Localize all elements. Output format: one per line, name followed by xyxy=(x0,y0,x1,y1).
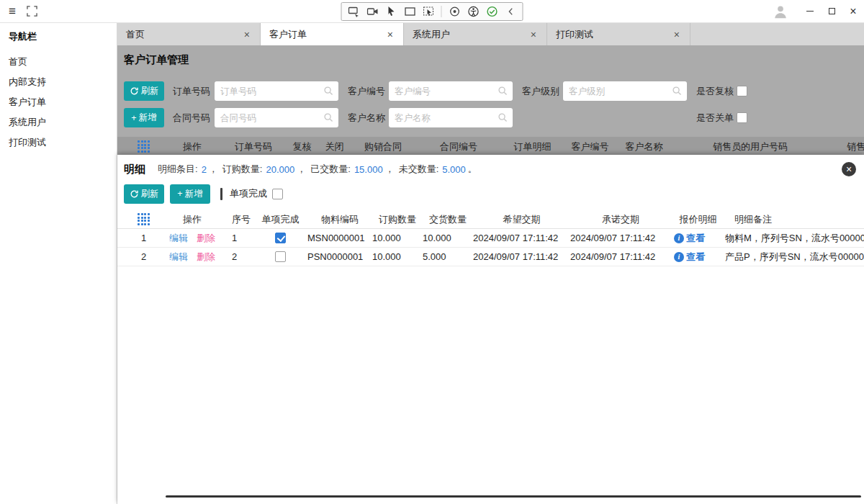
row-number: 2 xyxy=(124,251,163,262)
close-button[interactable]: × xyxy=(842,0,864,23)
customer-no-input[interactable] xyxy=(389,81,513,101)
detail-header-qty-delivered: 交货数量 xyxy=(423,213,473,226)
single-done-checkbox[interactable] xyxy=(275,251,286,262)
qty-delivered-cell: 5.000 xyxy=(423,251,473,262)
sidebar-item-print-test[interactable]: 打印测试 xyxy=(0,132,117,153)
search-icon xyxy=(323,86,334,96)
orders-table-header: 操作 订单号码 复核 关闭 购销合同 合同编号 订单明细 客户编号 客户名称 销… xyxy=(117,137,864,156)
detail-refresh-button[interactable]: 刷新 xyxy=(124,184,164,204)
tab-system-users[interactable]: 系统用户 × xyxy=(404,23,547,45)
customer-no-label: 客户编号 xyxy=(348,85,385,98)
table-row: 1 编辑 删除 1 MSN0000001 10.000 10.000 2024/… xyxy=(117,229,864,248)
search-icon xyxy=(498,112,508,123)
column-settings-cell xyxy=(124,140,163,153)
summary-separator: ， xyxy=(297,163,306,176)
cursor-icon[interactable] xyxy=(385,6,397,18)
view-link[interactable]: 查看 xyxy=(686,232,705,245)
contract-no-input[interactable] xyxy=(215,108,338,127)
hope-date-cell: 2024/09/07 17:11:42 xyxy=(473,251,570,262)
tab-customer-orders[interactable]: 客户订单 × xyxy=(261,23,404,45)
sidebar-item-system-users[interactable]: 系统用户 xyxy=(0,112,117,132)
detail-table-header: 操作 序号 单项完成 物料编码 订购数量 交货数量 希望交期 承诺交期 报价明细… xyxy=(117,210,864,229)
detail-close-button[interactable]: × xyxy=(842,162,856,176)
detail-header-qty-ordered: 订购数量 xyxy=(372,213,423,226)
delete-link[interactable]: 删除 xyxy=(197,232,215,245)
screen-share-icon[interactable] xyxy=(348,6,360,18)
maximize-button[interactable] xyxy=(821,0,842,23)
summary-items-label: 明细条目: xyxy=(158,163,198,176)
reviewed-label: 是否复核 xyxy=(696,85,734,98)
summary-period: 。 xyxy=(468,163,477,176)
sidebar-item-customer-orders[interactable]: 客户订单 xyxy=(0,92,117,112)
accessibility-icon[interactable] xyxy=(467,6,480,18)
grid-settings-icon[interactable] xyxy=(138,140,150,153)
user-avatar-icon[interactable] xyxy=(772,3,789,20)
single-done-checkbox[interactable] xyxy=(275,233,286,243)
collapse-chevron-icon[interactable] xyxy=(505,6,517,18)
tab-print-test[interactable]: 打印测试 × xyxy=(547,23,690,45)
sidebar-item-internal-support[interactable]: 内部支持 xyxy=(0,72,117,92)
tab-close-icon[interactable]: × xyxy=(243,29,251,40)
info-icon: i xyxy=(674,252,684,262)
rectangle-select-icon[interactable] xyxy=(404,6,416,18)
expand-icon[interactable] xyxy=(26,5,39,18)
detail-table: 操作 序号 单项完成 物料编码 订购数量 交货数量 希望交期 承诺交期 报价明细… xyxy=(117,210,864,266)
column-settings-cell xyxy=(124,213,163,225)
view-link[interactable]: 查看 xyxy=(686,251,705,264)
tab-label: 打印测试 xyxy=(556,28,672,41)
single-done-cell xyxy=(253,233,307,243)
orders-header-salesman: 销售员的 xyxy=(829,140,864,153)
success-check-icon[interactable] xyxy=(486,6,498,18)
sidebar: 导航栏 首页 内部支持 客户订单 系统用户 打印测试 xyxy=(0,23,117,504)
minimize-button[interactable] xyxy=(799,0,821,23)
detail-title: 明细 xyxy=(124,163,145,176)
detail-refresh-label: 刷新 xyxy=(141,188,159,200)
video-camera-icon[interactable] xyxy=(366,6,379,18)
cursor-capture-icon[interactable] xyxy=(423,6,435,18)
customer-name-input[interactable] xyxy=(389,108,513,127)
detail-header-actions: 操作 xyxy=(163,213,221,226)
tab-close-icon[interactable]: × xyxy=(386,29,395,40)
customer-level-input[interactable] xyxy=(563,81,687,101)
order-no-input[interactable] xyxy=(215,81,338,101)
row-number: 1 xyxy=(124,233,163,243)
summary-separator: ， xyxy=(209,163,218,176)
hamburger-menu-icon[interactable]: ≡ xyxy=(9,5,16,17)
delete-link[interactable]: 删除 xyxy=(197,251,215,264)
orders-header-purchase-contract: 购销合同 xyxy=(351,140,415,153)
detail-actions: 刷新 + 新增 单项完成 xyxy=(124,184,283,204)
detail-add-label: 新增 xyxy=(185,188,203,200)
add-button-label: 新增 xyxy=(139,112,157,124)
detail-add-button[interactable]: + 新增 xyxy=(170,184,210,204)
orders-header-customer-name: 客户名称 xyxy=(617,140,671,153)
search-icon xyxy=(498,86,508,96)
edit-link[interactable]: 编辑 xyxy=(169,232,188,245)
customer-no-input-wrap xyxy=(389,81,513,101)
single-done-filter-checkbox[interactable] xyxy=(272,189,283,199)
reviewed-checkbox[interactable] xyxy=(737,86,747,96)
grid-settings-icon[interactable] xyxy=(138,213,150,225)
contract-no-input-wrap xyxy=(215,108,338,127)
orders-header-reviewed: 复核 xyxy=(286,140,318,153)
edit-link[interactable]: 编辑 xyxy=(169,251,188,264)
material-code-cell: PSN0000001 xyxy=(307,251,372,262)
closed-checkbox[interactable] xyxy=(737,112,747,123)
qty-ordered-cell: 10.000 xyxy=(372,233,423,243)
detail-header-material-code: 物料编码 xyxy=(307,213,372,226)
page-title: 客户订单管理 xyxy=(124,53,189,67)
record-icon[interactable] xyxy=(449,6,461,18)
refresh-button[interactable]: 刷新 xyxy=(124,81,164,101)
add-button[interactable]: + 新增 xyxy=(124,108,164,127)
customer-name-input-wrap xyxy=(389,108,513,127)
detail-header-seq: 序号 xyxy=(221,213,253,226)
tab-home[interactable]: 首页 × xyxy=(117,23,261,45)
tab-close-icon[interactable]: × xyxy=(672,29,681,40)
detail-summary: 明细条目: 2 ， 订购数量: 20.000 ， 已交数量: 15.000 ， … xyxy=(158,163,482,176)
qty-ordered-cell: 10.000 xyxy=(372,251,423,262)
tab-close-icon[interactable]: × xyxy=(529,29,538,40)
customer-level-label: 客户级别 xyxy=(522,85,559,98)
note-cell: 物料M，序列号SN，流水号00000 xyxy=(725,232,864,245)
sidebar-item-home[interactable]: 首页 xyxy=(0,52,117,72)
horizontal-scrollbar[interactable] xyxy=(166,495,861,498)
filter-row-1: 刷新 订单号码 客户编号 客户级别 是否复核 xyxy=(117,81,864,101)
